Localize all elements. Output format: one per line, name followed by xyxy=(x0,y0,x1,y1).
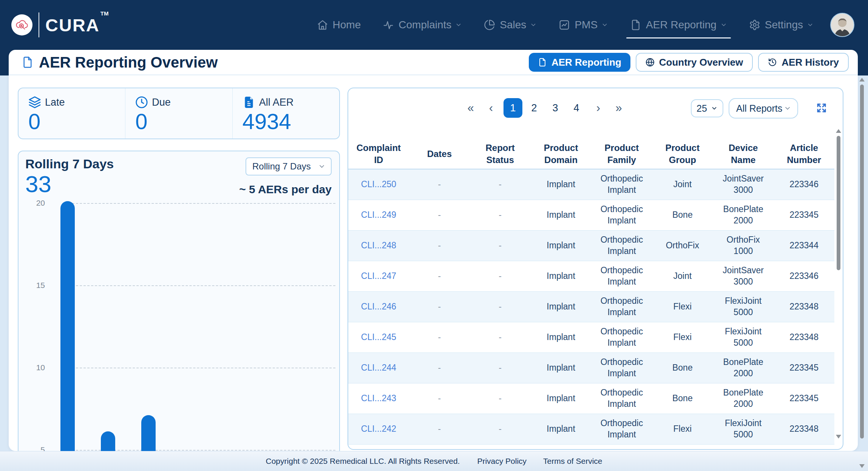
complaint-id-link[interactable]: CLI...249 xyxy=(348,200,409,230)
scrollbar-thumb[interactable] xyxy=(837,136,840,270)
pagination-next-button[interactable]: › xyxy=(590,98,606,118)
nav-item-home[interactable]: Home xyxy=(317,19,361,31)
table-header-row: Complaint ID Dates Report Status Product… xyxy=(348,139,834,169)
stat-all-aer: All AER 4934 xyxy=(232,88,339,139)
stats-summary-card: Late 0 Due 0 All AER 4934 xyxy=(18,88,340,139)
table-row: CLI...244 - - Implant Orthopedic Implant… xyxy=(348,352,834,383)
device-name-cell: FlexiJoint 5000 xyxy=(713,322,774,352)
col-complaint-id: Complaint ID xyxy=(348,139,409,169)
article-number-cell: 223348 xyxy=(774,291,834,322)
table-row: CLI...242 - - Implant Orthopedic Implant… xyxy=(348,414,834,444)
file-icon xyxy=(630,19,641,31)
copyright-text: Copyright © 2025 Remedical LLC. All Righ… xyxy=(266,457,460,466)
pagination-last-button[interactable]: » xyxy=(611,98,627,118)
complaint-id-link[interactable]: CLI...248 xyxy=(348,230,409,261)
page-number-button[interactable]: 3 xyxy=(546,98,565,118)
product-family-cell: Orthopedic Implant xyxy=(592,291,652,322)
col-product-domain: Product Domain xyxy=(531,139,592,169)
top-navigation-bar: CURATM Home Complaints Sales PMS AER Rep… xyxy=(0,0,868,50)
page-number-button[interactable]: 1 xyxy=(504,98,522,118)
col-article-number: Article Number xyxy=(774,139,834,169)
pagination: « ‹ 1 2 3 4 › » xyxy=(463,98,627,118)
product-domain-cell: Implant xyxy=(531,230,592,261)
table-row: CLI...247 - - Implant Orthopedic Implant… xyxy=(348,261,834,291)
device-name-cell: FlexiJoint 5000 xyxy=(713,414,774,444)
complaint-id-link[interactable]: CLI...244 xyxy=(348,352,409,383)
product-family-cell: Orthopedic Implant xyxy=(592,383,652,414)
product-group-cell: Flexi xyxy=(652,322,713,352)
table-controls: « ‹ 1 2 3 4 › » 25 xyxy=(348,97,843,120)
complaint-id-link[interactable]: CLI...247 xyxy=(348,261,409,291)
footer: Copyright © 2025 Remedical LLC. All Righ… xyxy=(0,451,868,471)
chart-tick-label: 5 xyxy=(22,445,45,451)
page-scrollbar[interactable] xyxy=(859,78,865,468)
device-name-cell: FlexiJoint 5000 xyxy=(713,291,774,322)
rolling-chart: 2015105 xyxy=(19,197,339,451)
page-size-select[interactable]: 25 xyxy=(691,99,723,117)
expand-icon xyxy=(816,102,827,114)
nav-label: Home xyxy=(333,19,361,31)
chart-tick-label: 20 xyxy=(22,199,45,208)
table-row: CLI...250 - - Implant Orthopedic Implant… xyxy=(348,169,834,200)
scroll-down-arrow[interactable] xyxy=(859,464,865,468)
product-domain-cell: Implant xyxy=(531,200,592,230)
clock-icon xyxy=(135,96,148,109)
product-family-cell: Orthopedic Implant xyxy=(592,169,652,200)
brand-logo[interactable]: CURATM xyxy=(11,12,108,37)
aer-history-button[interactable]: AER History xyxy=(758,53,849,72)
rolling-title: Rolling 7 Days xyxy=(25,157,114,171)
chart-tick-label: 15 xyxy=(22,281,45,290)
col-report-status: Report Status xyxy=(470,139,531,169)
table-row: CLI...248 - - Implant Orthopedic Implant… xyxy=(348,230,834,261)
country-overview-button[interactable]: Country Overview xyxy=(636,53,753,72)
header-buttons: AER Reporting Country Overview AER Histo… xyxy=(529,53,849,72)
stat-late: Late 0 xyxy=(19,88,125,139)
rolling-total: 33 xyxy=(25,172,51,196)
stat-value: 0 xyxy=(28,110,125,133)
dates-cell: - xyxy=(409,414,470,444)
footer-link[interactable]: Privacy Policy xyxy=(477,457,527,466)
nav-item-complaints[interactable]: Complaints xyxy=(383,19,462,31)
dates-cell: - xyxy=(409,200,470,230)
nav-item-pms[interactable]: PMS xyxy=(559,19,608,31)
article-number-cell: 223348 xyxy=(774,322,834,352)
content-card: AER Reporting Overview AER Reporting Cou… xyxy=(9,50,858,451)
product-family-cell: Orthopedic Implant xyxy=(592,352,652,383)
product-group-cell: Flexi xyxy=(652,414,713,444)
col-product-group: Product Group xyxy=(652,139,713,169)
fullscreen-expand-button[interactable] xyxy=(816,102,827,114)
footer-link[interactable]: Terms of Service xyxy=(543,457,602,466)
pagination-prev-button[interactable]: ‹ xyxy=(483,98,499,118)
scroll-down-arrow[interactable] xyxy=(836,435,841,439)
article-number-cell: 223346 xyxy=(774,261,834,291)
home-icon xyxy=(317,19,328,31)
pagination-first-button[interactable]: « xyxy=(463,98,479,118)
nav-item-settings[interactable]: Settings xyxy=(749,19,814,31)
table-row: CLI...246 - - Implant Orthopedic Implant… xyxy=(348,291,834,322)
report-status-cell: - xyxy=(470,230,531,261)
dates-cell: - xyxy=(409,291,470,322)
report-status-cell: - xyxy=(470,261,531,291)
table-row: CLI...245 - - Implant Orthopedic Implant… xyxy=(348,322,834,352)
report-filter-select[interactable]: All Reports xyxy=(729,98,798,119)
complaint-id-link[interactable]: CLI...245 xyxy=(348,322,409,352)
page-number-button[interactable]: 2 xyxy=(525,98,544,118)
complaint-id-link[interactable]: CLI...243 xyxy=(348,383,409,414)
rolling-range-select[interactable]: Rolling 7 Days xyxy=(246,157,332,175)
scroll-up-arrow[interactable] xyxy=(859,78,865,82)
product-domain-cell: Implant xyxy=(531,414,592,444)
scrollbar-thumb[interactable] xyxy=(860,85,864,439)
table-scrollbar[interactable] xyxy=(836,129,842,439)
nav-item-sales[interactable]: Sales xyxy=(484,19,537,31)
chart-bar xyxy=(101,431,115,451)
user-avatar[interactable] xyxy=(830,13,854,37)
page-number-button[interactable]: 4 xyxy=(567,98,586,118)
nav-item-aer-reporting[interactable]: AER Reporting xyxy=(630,19,727,31)
complaint-id-link[interactable]: CLI...246 xyxy=(348,291,409,322)
dates-cell: - xyxy=(409,322,470,352)
scroll-up-arrow[interactable] xyxy=(836,129,841,133)
complaint-id-link[interactable]: CLI...250 xyxy=(348,169,409,200)
complaint-id-link[interactable]: CLI...242 xyxy=(348,414,409,444)
aer-reporting-button[interactable]: AER Reporting xyxy=(529,53,630,72)
file-icon xyxy=(22,56,34,68)
